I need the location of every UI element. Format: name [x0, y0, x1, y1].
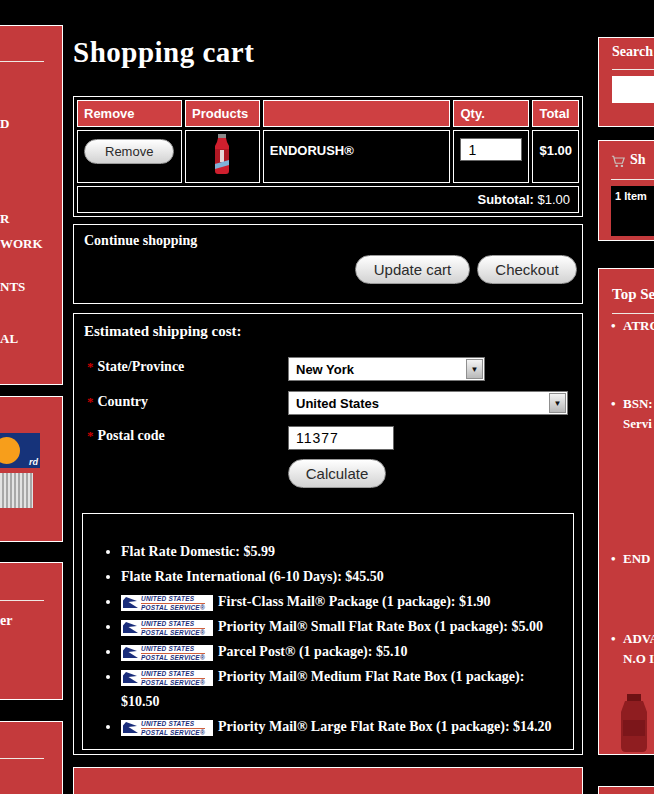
top-seller-item[interactable]: BSN:Servi — [623, 394, 653, 434]
search-input[interactable] — [612, 76, 654, 103]
usps-logo: UNITED STATESPOSTAL SERVICE® — [121, 595, 213, 611]
checkout-button[interactable]: Checkout — [477, 255, 577, 284]
cart-summary-panel: Sh 1 Item — [598, 140, 654, 241]
shipping-results-box: Flat Rate Domestic: $5.99 Flate Rate Int… — [82, 513, 574, 750]
usps-logo: UNITED STATESPOSTAL SERVICE® — [121, 620, 213, 636]
shipping-result-item: UNITED STATESPOSTAL SERVICE® Priority Ma… — [121, 614, 563, 639]
chevron-down-icon: ▼ — [466, 359, 483, 379]
footer-left-panel — [0, 721, 63, 794]
country-select[interactable]: United States ▼ — [288, 391, 568, 415]
left-nav-panel: D R WORK NTS AL — [0, 25, 63, 385]
update-cart-button[interactable]: Update cart — [355, 255, 470, 284]
product-bottle-image — [211, 134, 233, 174]
nav-link-fragment[interactable]: WORK — [0, 236, 43, 252]
subtotal-label: Subtotal: — [478, 192, 534, 207]
shipping-heading: Estimated shipping cost: — [84, 323, 242, 340]
mastercard-circle — [0, 437, 20, 464]
cart-summary-heading[interactable]: Sh — [630, 152, 646, 168]
remove-button[interactable]: Remove — [84, 139, 174, 164]
bottom-main-panel — [73, 767, 583, 794]
cart-table: Remove Products Qty. Total Remove ENDORU… — [73, 96, 583, 217]
cart-count-box: 1 Item — [611, 186, 654, 236]
postal-input[interactable] — [288, 426, 394, 450]
row-total: $1.00 — [539, 143, 572, 158]
postal-label: Postal code — [98, 428, 165, 443]
shipping-result-item: Flat Rate Domestic: $5.99 — [121, 539, 563, 564]
shipping-result-item: UNITED STATESPOSTAL SERVICE® Priority Ma… — [121, 714, 563, 739]
panel-underline — [612, 313, 654, 314]
shipping-result-item: UNITED STATESPOSTAL SERVICE® Parcel Post… — [121, 639, 563, 664]
calculate-button[interactable]: Calculate — [288, 459, 386, 488]
product-thumb[interactable] — [611, 694, 654, 752]
usps-eagle-icon — [123, 621, 139, 634]
shipping-result-item: Flate Rate International (6-10 Days): $4… — [121, 564, 563, 589]
column-header-total: Total — [532, 100, 579, 127]
cart-count: 1 Item — [615, 190, 647, 202]
required-asterisk: * — [87, 428, 94, 443]
qty-input[interactable] — [460, 138, 522, 161]
usps-eagle-icon — [123, 721, 139, 734]
panel-underline — [612, 69, 654, 70]
page-background: { "title": "Shopping cart", "colors": { … — [0, 0, 654, 794]
usps-logo: UNITED STATESPOSTAL SERVICE® — [121, 645, 213, 661]
nav-link-fragment[interactable]: R — [0, 211, 9, 227]
bottom-right-panel — [598, 786, 654, 794]
page-title: Shopping cart — [73, 36, 254, 69]
column-header-qty: Qty. — [453, 100, 529, 127]
cart-actions-box: Continue shopping Update cart Checkout — [73, 224, 583, 304]
cart-header-row: Remove Products Qty. Total — [77, 100, 579, 127]
search-heading: Search — [612, 44, 653, 60]
column-header-remove: Remove — [77, 100, 182, 127]
panel-underline — [0, 600, 44, 601]
subtotal-row: Subtotal: $1.00 — [77, 186, 579, 213]
cart-icon — [611, 155, 625, 168]
mastercard-logo: rd — [0, 433, 40, 468]
panel-underline — [0, 61, 44, 62]
usps-eagle-icon — [123, 646, 139, 659]
shipping-result-item: UNITED STATESPOSTAL SERVICE® First-Class… — [121, 589, 563, 614]
panel-underline — [611, 179, 654, 180]
payment-panel: rd — [0, 396, 63, 542]
state-select[interactable]: New York ▼ — [288, 357, 485, 381]
required-asterisk: * — [87, 359, 94, 374]
newsletter-fragment: er — [0, 613, 12, 629]
continue-shopping-link[interactable]: Continue shopping — [84, 233, 197, 249]
nav-link-fragment[interactable]: D — [0, 116, 9, 132]
top-sellers-panel: Top Se ATRO BSN:Servi END ADVAN.O I — [598, 268, 654, 755]
usps-logo: UNITED STATESPOSTAL SERVICE® — [121, 720, 213, 736]
required-asterisk: * — [87, 394, 94, 409]
usps-logo: UNITED STATESPOSTAL SERVICE® — [121, 670, 213, 686]
shipping-rates-list: Flat Rate Domestic: $5.99 Flate Rate Int… — [83, 539, 573, 739]
subtotal-value: $1.00 — [537, 192, 570, 207]
shipping-result-item: UNITED STATESPOSTAL SERVICE® Priority Ma… — [121, 664, 563, 714]
panel-underline — [0, 758, 44, 759]
top-sellers-heading: Top Se — [612, 286, 654, 303]
shipping-section: Estimated shipping cost: *State/Province… — [73, 313, 583, 755]
search-panel: Search — [598, 37, 654, 127]
product-name-link[interactable]: ENDORUSH® — [270, 143, 354, 158]
state-label: State/Province — [98, 359, 185, 374]
chevron-down-icon: ▼ — [549, 393, 566, 413]
payment-image — [0, 473, 33, 508]
top-seller-item[interactable]: END — [623, 549, 650, 569]
usps-eagle-icon — [123, 671, 139, 684]
nav-link-fragment[interactable]: NTS — [0, 279, 25, 295]
newsletter-panel: er — [0, 562, 63, 700]
cart-row: Remove ENDORUSH® $1.00 — [77, 130, 579, 183]
top-seller-item[interactable]: ADVAN.O I — [623, 629, 654, 669]
nav-link-fragment[interactable]: AL — [0, 331, 18, 347]
country-label: Country — [98, 394, 149, 409]
top-seller-item[interactable]: ATRO — [623, 316, 654, 336]
column-header-blank — [263, 100, 451, 127]
column-header-products: Products — [185, 100, 260, 127]
usps-eagle-icon — [123, 596, 139, 609]
